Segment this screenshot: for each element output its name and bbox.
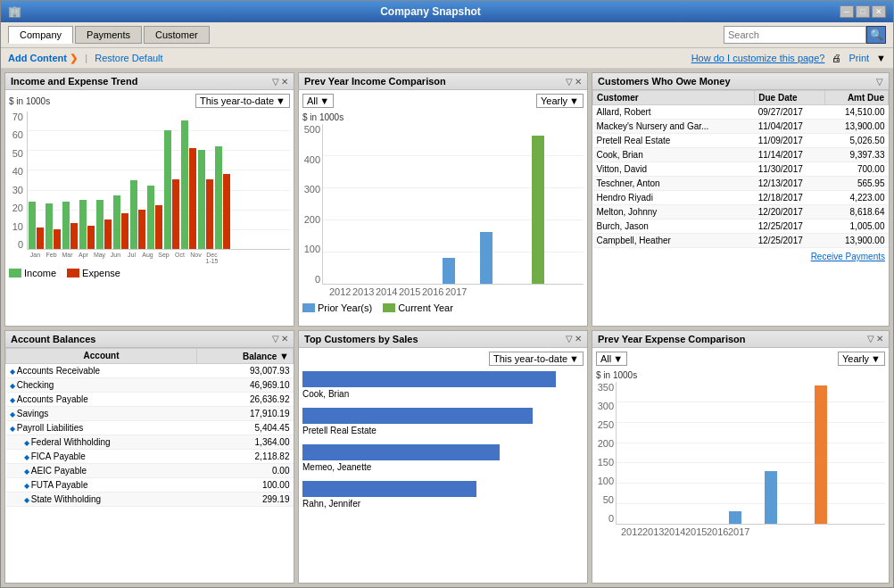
minimize-button[interactable]: ─ xyxy=(840,5,854,18)
bar-group-mar xyxy=(62,202,78,249)
top-customers-controls: This year-to-date ▼ xyxy=(302,352,584,366)
prev-expense-minimize[interactable]: ▽ xyxy=(867,334,874,344)
print-dropdown-arrow[interactable]: ▼ xyxy=(876,53,886,63)
customer-name: Burch, Jason xyxy=(593,219,755,234)
prev-expense-x-labels: 2012 2013 2014 2015 2016 2017 xyxy=(616,525,885,539)
search-input[interactable] xyxy=(724,26,866,44)
prev-expense-period-dropdown[interactable]: Yearly ▼ xyxy=(838,352,885,366)
period-dropdown[interactable]: This year-to-date ▼ xyxy=(195,94,290,108)
close-button[interactable]: ✕ xyxy=(872,5,886,18)
legend-income: Income xyxy=(9,268,56,278)
trend-controls: $ in 1000s This year-to-date ▼ xyxy=(9,94,290,108)
top-customer-name: Memeo, Jeanette xyxy=(302,462,584,472)
account-row: ◆ Accounts Receivable 93,007.93 xyxy=(6,363,294,377)
expense-bar-may xyxy=(104,219,112,249)
customer-amount: 5,026.50 xyxy=(824,134,888,148)
prev-expense-dropdowns: All ▼ Yearly ▼ xyxy=(596,352,885,366)
legend-prior-color xyxy=(302,303,315,312)
top-customer-row: Memeo, Jeanette xyxy=(302,444,584,472)
toolbar: Company Payments Customer 🔍 xyxy=(1,22,893,48)
account-close-icon[interactable]: ✕ xyxy=(281,334,288,344)
customers-table-body: Allard, Robert 09/27/2017 14,510.00 Mack… xyxy=(593,105,889,248)
prev-expense-header: Prev Year Expense Comparison ▽ ✕ xyxy=(592,331,889,348)
x-label-apr: Apr xyxy=(76,252,91,264)
x-label-jan: Jan xyxy=(28,252,43,264)
panel-minimize-icon[interactable]: ▽ xyxy=(272,77,279,87)
print-button[interactable]: Print xyxy=(848,53,869,63)
legend-prior-years: Prior Year(s) xyxy=(302,302,372,313)
account-amount: 17,910.19 xyxy=(197,406,294,420)
x-2014: 2014 xyxy=(376,286,388,297)
prev-income-filter-dropdown[interactable]: All ▼ xyxy=(302,94,334,108)
account-name: ◆ Accounts Payable xyxy=(6,392,197,406)
account-name: ◆ Accounts Receivable xyxy=(6,363,197,377)
prev-income-period-dropdown[interactable]: Yearly ▼ xyxy=(536,94,584,108)
income-bar-feb xyxy=(46,203,53,249)
account-amount: 0.00 xyxy=(197,463,294,477)
add-content-button[interactable]: Add Content ❯ xyxy=(8,52,78,64)
income-bar-sep xyxy=(164,130,171,249)
exp-x-2017: 2017 xyxy=(728,526,741,537)
customer-amount: 13,900.00 xyxy=(824,234,888,248)
top-customers-close[interactable]: ✕ xyxy=(575,334,582,344)
diamond-icon: ◆ xyxy=(24,482,31,490)
account-minimize-icon[interactable]: ▽ xyxy=(272,334,279,344)
prev-expense-y-labels: 350300250200150100500 xyxy=(596,382,614,525)
tab-company[interactable]: Company xyxy=(8,26,73,44)
customers-minimize-icon[interactable]: ▽ xyxy=(876,77,883,87)
chart-legend: Income Expense xyxy=(9,268,290,278)
customer-row: Cook, Brian 11/14/2017 9,397.33 xyxy=(593,148,889,162)
main-content: Income and Expense Trend ▽ ✕ $ in 1000s … xyxy=(1,69,893,587)
account-name: ◆ Federal Withholding xyxy=(6,435,197,449)
bar-chart xyxy=(27,112,290,250)
expense-bar-dec xyxy=(223,174,230,249)
prev-expense-filter-dropdown[interactable]: All ▼ xyxy=(596,352,627,366)
customer-due-date: 12/18/2017 xyxy=(755,191,825,205)
col-balance[interactable]: Balance ▼ xyxy=(197,348,294,363)
prev-income-x-labels: 2012 2013 2014 2015 2016 2017 xyxy=(322,285,584,299)
income-bar-mar xyxy=(62,202,70,249)
tab-payments[interactable]: Payments xyxy=(75,26,142,44)
top-customers-body: This year-to-date ▼ Cook, Brian Pretell … xyxy=(299,348,587,584)
diamond-icon: ◆ xyxy=(24,439,31,447)
exp-x-2014: 2014 xyxy=(664,526,676,537)
customer-amount: 565.95 xyxy=(824,177,888,191)
col-due-date[interactable]: Due Date xyxy=(755,91,825,105)
search-button[interactable]: 🔍 xyxy=(866,26,886,44)
customer-due-date: 09/27/2017 xyxy=(755,105,825,120)
tab-customer[interactable]: Customer xyxy=(144,26,210,44)
diamond-icon: ◆ xyxy=(24,496,31,504)
top-customers-period-dropdown[interactable]: This year-to-date ▼ xyxy=(489,352,584,366)
restore-button[interactable]: □ xyxy=(856,5,870,18)
prev-year-income-panel: Prev Year Income Comparison ▽ ✕ All ▼ Ye… xyxy=(298,72,588,327)
bar-group-may xyxy=(96,200,112,249)
customer-due-date: 11/30/2017 xyxy=(755,162,825,177)
prev-income-axis-label: $ in 1000s xyxy=(302,112,344,122)
exp-x-2016: 2016 xyxy=(707,526,719,537)
exp-prior-2016 xyxy=(765,471,777,524)
restore-default-button[interactable]: Restore Default xyxy=(95,53,162,63)
income-bar-apr xyxy=(79,200,87,249)
prev-income-minimize[interactable]: ▽ xyxy=(566,77,573,87)
top-customer-name: Rahn, Jennifer xyxy=(302,499,584,509)
top-customers-panel-controls: ▽ ✕ xyxy=(566,334,582,344)
receive-payments-link[interactable]: Receive Payments xyxy=(811,252,885,261)
prev-expense-close[interactable]: ✕ xyxy=(876,334,883,344)
receive-payments-container: Receive Payments xyxy=(592,248,889,252)
customers-owe-header: Customers Who Owe Money ▽ xyxy=(592,73,889,90)
top-customers-minimize[interactable]: ▽ xyxy=(566,334,573,344)
account-amount: 1,364.00 xyxy=(197,435,294,449)
bar-group-jun xyxy=(113,195,128,249)
exp-x-2015: 2015 xyxy=(685,526,698,537)
prev-income-close[interactable]: ✕ xyxy=(575,77,582,87)
customer-name: Pretell Real Estate xyxy=(593,134,755,148)
add-content-arrow: ❯ xyxy=(70,53,78,63)
customer-amount: 4,223.00 xyxy=(824,191,888,205)
customer-due-date: 12/25/2017 xyxy=(755,234,825,248)
help-link[interactable]: How do I customize this page? xyxy=(691,53,825,63)
account-row: ◆ Savings 17,910.19 xyxy=(6,406,294,420)
customer-due-date: 11/14/2017 xyxy=(755,148,825,162)
account-row: ◆ State Withholding 299.19 xyxy=(6,492,294,506)
panel-close-icon[interactable]: ✕ xyxy=(281,77,288,87)
account-name: ◆ Checking xyxy=(6,377,197,392)
